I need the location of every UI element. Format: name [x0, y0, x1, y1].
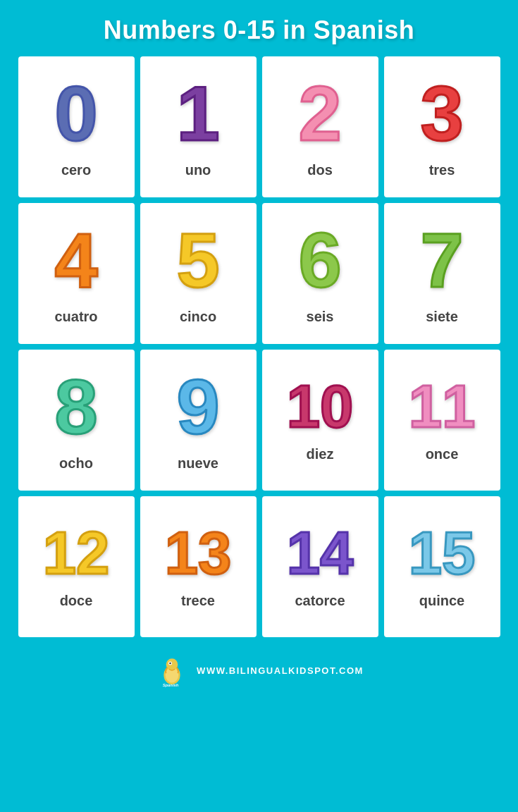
label-doce: doce	[60, 593, 93, 609]
number-card-1: 1uno	[140, 56, 257, 197]
number-card-5: 5cinco	[140, 203, 257, 344]
number-card-4: 4cuatro	[18, 203, 135, 344]
number-card-13: 13trece	[140, 496, 257, 637]
number-card-14: 14catorce	[262, 496, 378, 637]
svg-point-2	[166, 658, 178, 670]
number-7: 7	[420, 221, 463, 299]
label-cero: cero	[61, 162, 91, 178]
svg-point-4	[169, 663, 171, 665]
number-card-6: 6seis	[262, 203, 378, 344]
footer-url: WWW.BILINGUALKIDSPOT.COM	[197, 665, 364, 676]
label-ocho: ocho	[59, 455, 93, 472]
label-once: once	[426, 446, 459, 462]
number-14: 14	[287, 523, 354, 583]
number-11: 11	[409, 376, 476, 436]
number-15: 15	[409, 523, 476, 583]
number-0: 0	[54, 75, 97, 152]
footer: Spanish WWW.BILINGUALKIDSPOT.COM	[0, 643, 518, 699]
label-quince: quince	[419, 593, 464, 609]
svg-text:Spanish: Spanish	[163, 683, 179, 687]
number-card-15: 15quince	[384, 496, 500, 637]
label-diez: diez	[307, 446, 334, 462]
number-card-2: 2dos	[262, 56, 378, 197]
number-5: 5	[176, 221, 219, 299]
number-card-7: 7siete	[384, 203, 500, 344]
page-title: Numbers 0-15 in Spanish	[97, 0, 422, 56]
label-tres: tres	[429, 162, 455, 178]
number-1: 1	[176, 75, 219, 152]
number-3: 3	[420, 75, 463, 152]
number-9: 9	[176, 368, 219, 445]
number-card-11: 11once	[384, 350, 500, 491]
number-card-3: 3tres	[384, 56, 500, 197]
brand-logo: Spanish	[154, 653, 190, 688]
numbers-grid: 0cero1uno2dos3tres4cuatro5cinco6seis7sie…	[13, 56, 506, 643]
label-nueve: nueve	[178, 455, 218, 472]
number-card-10: 10diez	[262, 350, 378, 491]
number-8: 8	[54, 368, 97, 445]
label-dos: dos	[307, 162, 333, 178]
label-trece: trece	[181, 593, 215, 609]
number-12: 12	[43, 523, 110, 583]
number-card-12: 12doce	[18, 496, 135, 637]
label-seis: seis	[307, 309, 334, 325]
number-card-8: 8ocho	[18, 350, 135, 491]
number-13: 13	[165, 523, 232, 583]
number-card-9: 9nueve	[140, 350, 257, 491]
number-2: 2	[298, 75, 341, 152]
label-uno: uno	[185, 162, 211, 178]
number-4: 4	[54, 221, 97, 299]
label-cuatro: cuatro	[54, 309, 97, 325]
number-10: 10	[287, 376, 354, 436]
label-siete: siete	[426, 309, 458, 325]
number-6: 6	[298, 221, 341, 299]
number-card-0: 0cero	[18, 56, 135, 197]
label-cinco: cinco	[180, 309, 216, 325]
label-catorce: catorce	[295, 593, 345, 609]
